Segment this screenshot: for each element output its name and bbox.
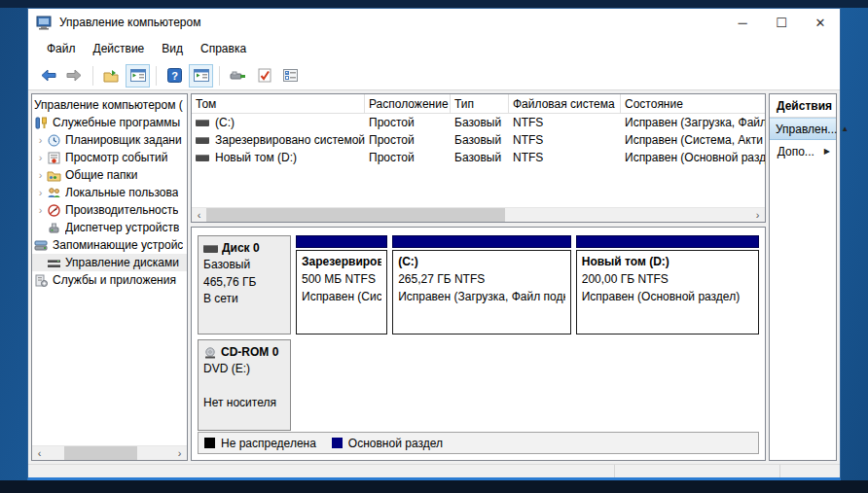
- partition-system-reserved[interactable]: Зарезервиров 500 МБ NTFS Исправен (Сис: [296, 235, 387, 335]
- column-header-type[interactable]: Тип: [451, 94, 509, 113]
- volume-list-panel: Том Расположение Тип Файловая система Со…: [191, 93, 766, 223]
- toolbar: ?: [28, 61, 840, 90]
- tree-item-computer-management-root[interactable]: Управление компьютером (: [32, 96, 187, 114]
- cd-rom-icon: [203, 347, 217, 359]
- tree-item-event-viewer[interactable]: › Просмотр событий: [32, 149, 187, 166]
- computer-management-window: Управление компьютером ─ ☐ ✕ Файл Действ…: [27, 8, 841, 480]
- column-header-layout[interactable]: Расположение: [365, 94, 451, 113]
- back-icon[interactable]: [36, 64, 60, 88]
- table-row[interactable]: Новый том (D:) Простой Базовый NTFS Испр…: [192, 149, 765, 166]
- close-button[interactable]: ✕: [801, 9, 840, 36]
- submenu-arrow-icon[interactable]: ▶: [824, 147, 830, 156]
- partition-d[interactable]: Новый том (D:) 200,00 ГБ NTFS Исправен (…: [576, 235, 759, 335]
- actions-pane-title: Действия: [770, 94, 836, 117]
- tree-item-services-applications[interactable]: Службы и приложения: [32, 271, 187, 289]
- disk0-row: Диск 0 Базовый 465,76 ГБ В сети Зарезерв…: [198, 235, 759, 335]
- legend-primary-partition: Основной раздел: [332, 437, 443, 450]
- volume-list-horizontal-scrollbar[interactable]: ‹ ›: [192, 207, 765, 222]
- chevron-right-icon[interactable]: ›: [34, 152, 47, 163]
- volume-icon: [196, 155, 209, 161]
- status-cell: [614, 465, 779, 477]
- forward-icon[interactable]: [62, 64, 87, 88]
- chevron-right-icon[interactable]: ›: [34, 187, 47, 198]
- status-cell: [779, 465, 840, 477]
- menu-action[interactable]: Действие: [85, 42, 154, 55]
- scrollbar-thumb[interactable]: [64, 446, 137, 460]
- disk0-type: Базовый: [203, 257, 285, 273]
- disk0-device-box[interactable]: Диск 0 Базовый 465,76 ГБ В сети: [198, 235, 291, 335]
- scrollbar-thumb[interactable]: [206, 208, 505, 222]
- console-tree-toggle-icon[interactable]: [126, 64, 150, 88]
- menu-view[interactable]: Вид: [153, 42, 192, 55]
- tree-item-local-users[interactable]: › Локальные пользова: [32, 184, 187, 201]
- tree-item-disk-management[interactable]: Управление дисками: [32, 254, 187, 271]
- export-icon[interactable]: [99, 64, 124, 88]
- menu-help[interactable]: Справка: [192, 42, 255, 55]
- task-scheduler-icon: [47, 134, 61, 147]
- disk0-size: 465,76 ГБ: [203, 274, 285, 291]
- column-header-filesystem[interactable]: Файловая система: [509, 94, 621, 113]
- computer-management-app-icon: [36, 16, 54, 30]
- actions-group-disk-management[interactable]: Управлен... ▲: [770, 118, 836, 140]
- table-row[interactable]: (C:) Простой Базовый NTFS Исправен (Загр…: [192, 114, 765, 131]
- actions-item-more[interactable]: Допо... ▶: [770, 140, 836, 162]
- tools-icon: [34, 117, 49, 129]
- content-area: Управление компьютером ( Служебные прогр…: [28, 90, 840, 464]
- column-header-volume[interactable]: Том: [192, 94, 365, 113]
- chevron-right-icon[interactable]: ›: [34, 169, 47, 181]
- cdrom-name: CD-ROM 0: [221, 344, 278, 361]
- tree-item-task-scheduler[interactable]: › Планировщик задани: [32, 131, 187, 149]
- check-document-icon[interactable]: [252, 64, 276, 88]
- partition-color-band: [576, 235, 759, 248]
- disk-console-icon[interactable]: [226, 64, 250, 88]
- taskbar-edge: [0, 480, 868, 493]
- help-icon[interactable]: ?: [163, 64, 187, 88]
- legend-unallocated: Не распределена: [204, 437, 316, 450]
- volume-icon: [196, 120, 209, 126]
- chevron-right-icon[interactable]: ›: [34, 134, 47, 146]
- maximize-button[interactable]: ☐: [762, 9, 801, 36]
- column-header-status[interactable]: Состояние: [621, 94, 765, 113]
- title-bar[interactable]: Управление компьютером ─ ☐ ✕: [28, 9, 840, 36]
- table-row[interactable]: Зарезервировано системой Простой Базовый…: [192, 131, 765, 149]
- svg-text:?: ?: [171, 70, 178, 82]
- tree-item-shared-folders[interactable]: › Общие папки: [32, 166, 187, 184]
- disk0-name: Диск 0: [222, 240, 260, 257]
- storage-devices-icon: [34, 239, 49, 252]
- legend-bar: Не распределена Основной раздел: [198, 432, 759, 454]
- performance-icon: [47, 204, 61, 217]
- tree-item-system-tools[interactable]: Служебные программы: [32, 114, 187, 131]
- tree-item-storage-devices[interactable]: Запоминающие устройс: [32, 236, 187, 254]
- event-viewer-icon: [47, 152, 61, 164]
- properties-list-icon[interactable]: [278, 64, 303, 88]
- window-title: Управление компьютером: [59, 16, 200, 29]
- console-tree-panel: Управление компьютером ( Служебные прогр…: [31, 93, 188, 461]
- cdrom-media-status: Нет носителя: [203, 395, 285, 411]
- scroll-right-icon[interactable]: ›: [172, 446, 187, 461]
- minimize-button[interactable]: ─: [723, 9, 762, 36]
- scroll-right-icon[interactable]: ›: [750, 208, 765, 223]
- cdrom-drive-letter: DVD (E:): [203, 361, 285, 377]
- scroll-left-icon[interactable]: ‹: [32, 446, 47, 461]
- partition-color-band: [296, 235, 387, 248]
- toolbar-separator: [156, 66, 157, 86]
- local-users-icon: [47, 187, 61, 199]
- chevron-right-icon[interactable]: ›: [34, 204, 47, 216]
- services-icon: [34, 274, 49, 287]
- action-pane-toggle-icon[interactable]: [189, 64, 213, 88]
- menu-file[interactable]: Файл: [38, 42, 85, 55]
- tree-item-performance[interactable]: › Производительность: [32, 201, 187, 219]
- primary-partition-color-swatch: [332, 438, 343, 448]
- unallocated-color-swatch: [204, 438, 215, 448]
- partition-c[interactable]: (C:) 265,27 ГБ NTFS Исправен (Загрузка, …: [392, 235, 571, 335]
- tree-horizontal-scrollbar[interactable]: ‹ ›: [32, 445, 187, 460]
- shared-folders-icon: [47, 169, 61, 182]
- device-manager-icon: [47, 222, 61, 234]
- cdrom-device-box[interactable]: CD-ROM 0 DVD (E:) Нет носителя: [198, 339, 291, 431]
- partition-color-band: [392, 235, 571, 248]
- scroll-left-icon[interactable]: ‹: [192, 208, 206, 223]
- collapse-arrow-icon[interactable]: ▲: [841, 124, 849, 133]
- cdrom-row: CD-ROM 0 DVD (E:) Нет носителя: [198, 339, 759, 431]
- toolbar-separator: [92, 66, 93, 86]
- tree-item-device-manager[interactable]: Диспетчер устройств: [32, 219, 187, 236]
